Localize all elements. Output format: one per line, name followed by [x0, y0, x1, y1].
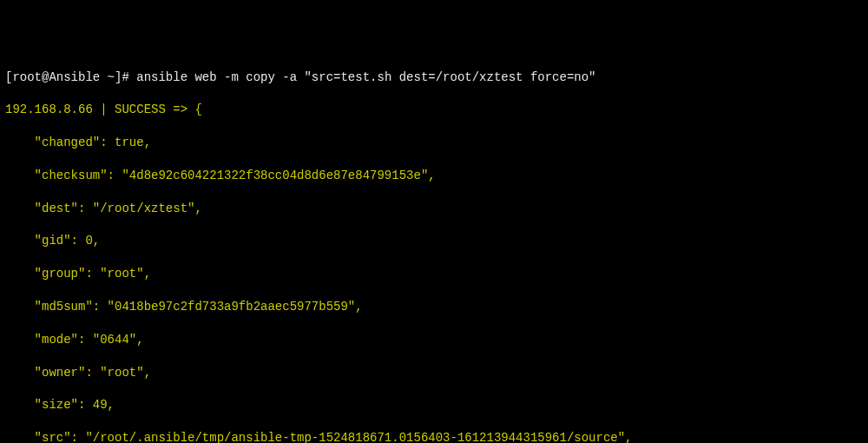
result-header-1: 192.168.8.66 | SUCCESS => {: [5, 102, 863, 118]
json-size: "size": 49,: [5, 397, 863, 413]
prompt-1: [root@Ansible ~]#: [5, 70, 136, 84]
json-changed-1: "changed": true,: [5, 135, 863, 151]
command-1: ansible web -m copy -a "src=test.sh dest…: [136, 70, 595, 84]
json-owner: "owner": "root",: [5, 365, 863, 381]
json-src-1: "src": "/root/.ansible/tmp/ansible-tmp-1…: [5, 430, 863, 443]
json-dest-1: "dest": "/root/xztest",: [5, 201, 863, 217]
json-checksum: "checksum": "4d8e92c604221322f38cc04d8d6…: [5, 168, 863, 184]
json-md5sum: "md5sum": "0418be97c2fd733a9fb2aaec5977b…: [5, 299, 863, 315]
json-group: "group": "root",: [5, 266, 863, 282]
json-gid: "gid": 0,: [5, 233, 863, 249]
json-mode: "mode": "0644",: [5, 332, 863, 348]
